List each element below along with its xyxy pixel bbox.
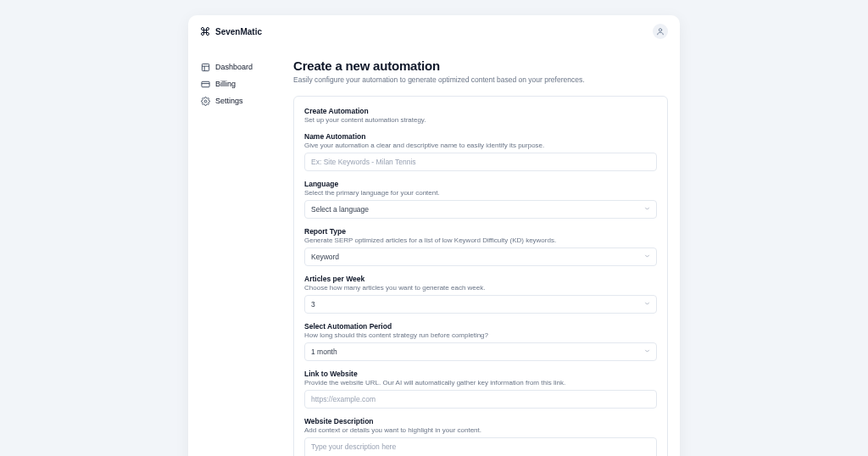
group-link: Link to Website Provide the website URL.… [304,370,657,409]
label-link: Link to Website [304,370,657,378]
label-name: Name Automation [304,132,657,141]
topbar: SevenMatic [188,15,680,48]
group-name: Name Automation Give your automation a c… [304,132,657,171]
svg-point-6 [204,100,207,103]
group-report-type: Report Type Generate SERP optimized arti… [304,227,657,266]
help-period: How long should this content strategy ru… [304,331,657,339]
sidebar-item-billing[interactable]: Billing [200,75,268,92]
layout-icon [200,62,210,72]
group-description: Website Description Add context or detai… [304,417,657,456]
group-period: Select Automation Period How long should… [304,322,657,361]
label-report-type: Report Type [304,227,657,236]
sidebar-item-settings[interactable]: Settings [200,92,268,109]
svg-point-0 [659,29,661,31]
articles-select[interactable]: 3 [304,295,657,314]
sidebar-item-label: Billing [215,80,236,88]
help-description: Add context or details you want to highl… [304,426,657,434]
link-input[interactable] [304,390,657,409]
help-report-type: Generate SERP optimized articles for a l… [304,236,657,244]
label-description: Website Description [304,417,657,425]
description-textarea[interactable] [304,437,657,456]
body: Dashboard Billing Settings Create a new … [188,48,680,456]
help-language: Select the primary language for your con… [304,189,657,197]
page-title: Create a new automation [293,58,668,73]
help-articles: Choose how many articles you want to gen… [304,284,657,292]
language-select[interactable]: Select a language [304,200,657,219]
gear-icon [200,96,210,106]
group-articles: Articles per Week Choose how many articl… [304,275,657,314]
name-input[interactable] [304,153,657,171]
period-select[interactable]: 1 month [304,342,657,361]
group-language: Language Select the primary language for… [304,180,657,219]
report-type-select[interactable]: Keyword [304,247,657,266]
sidebar-item-dashboard[interactable]: Dashboard [200,58,268,75]
sidebar: Dashboard Billing Settings [200,48,268,456]
section-help: Set up your content automation strategy. [304,116,657,124]
label-language: Language [304,180,657,188]
avatar[interactable] [653,24,668,39]
label-articles: Articles per Week [304,275,657,283]
svg-rect-1 [202,64,209,70]
svg-rect-4 [201,81,209,86]
sidebar-item-label: Settings [215,97,243,105]
section-header: Create Automation Set up your content au… [304,107,657,124]
label-period: Select Automation Period [304,322,657,331]
section-title: Create Automation [304,107,657,115]
app-window: SevenMatic Dashboard Billing [188,15,680,456]
card-icon [200,79,210,89]
page-subtitle: Easily configure your automation to gene… [293,75,668,84]
main: Create a new automation Easily configure… [293,48,668,456]
help-name: Give your automation a clear and descrip… [304,142,657,149]
sidebar-item-label: Dashboard [215,63,253,71]
brand-name: SevenMatic [215,27,262,36]
brand: SevenMatic [200,26,262,36]
user-icon [656,27,665,36]
brand-icon [200,26,210,36]
form-panel: Create Automation Set up your content au… [293,96,668,456]
help-link: Provide the website URL. Our AI will aut… [304,379,657,386]
